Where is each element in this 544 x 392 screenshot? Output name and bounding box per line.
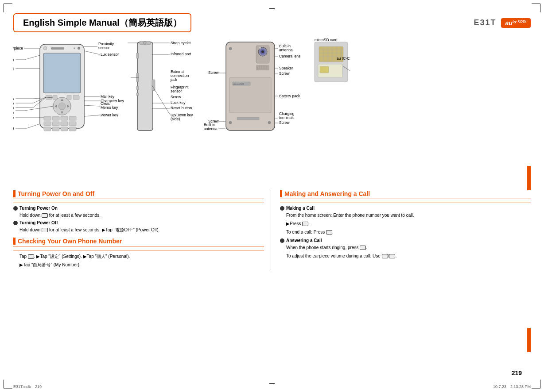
svg-point-5	[74, 47, 75, 49]
making-call-title: Making and Answering a Call	[280, 190, 531, 199]
svg-point-7	[58, 103, 66, 110]
svg-rect-102	[256, 65, 269, 70]
svg-text:Strap eyelet: Strap eyelet	[171, 41, 191, 45]
svg-rect-26	[61, 127, 68, 131]
svg-text:(side): (side)	[171, 117, 180, 121]
brand-name: au	[505, 19, 513, 27]
svg-line-63	[84, 105, 100, 106]
svg-text:Center key: Center key	[13, 110, 15, 115]
svg-rect-25	[52, 127, 59, 131]
power-off-label: Turning Power Off	[19, 220, 58, 225]
page-content: English Simple Manual（簡易英語版） E31T auby K…	[13, 13, 531, 379]
svg-text:Earpiece: Earpiece	[13, 46, 23, 50]
brand-logo: auby KDDI	[501, 18, 531, 28]
svg-rect-153	[320, 66, 329, 73]
making-call-text-2: ▶Press .	[286, 220, 531, 227]
title-bar-2	[13, 238, 16, 245]
svg-rect-15	[67, 95, 71, 100]
svg-text:sensor: sensor	[98, 46, 110, 50]
svg-rect-71	[136, 53, 139, 58]
crop-mark-tl	[4, 4, 12, 12]
orange-accent-bar	[527, 166, 531, 190]
svg-text:Lock key: Lock key	[171, 100, 186, 105]
svg-text:Mail key: Mail key	[101, 94, 115, 99]
svg-rect-73	[136, 86, 139, 90]
turning-power-section: Turning Power On and Off Turning Power O…	[13, 190, 264, 233]
svg-text:microSD card: microSD card	[315, 38, 338, 42]
checking-phone-label: Checking Your Own Phone Number	[18, 238, 122, 245]
power-on-label: Turning Power On	[19, 206, 58, 211]
svg-text:Lux sensor: Lux sensor	[101, 52, 119, 57]
crop-mark-tr	[532, 4, 540, 12]
svg-rect-18	[61, 116, 68, 120]
svg-text:Infrared port: Infrared port	[171, 52, 191, 56]
checking-phone-title: Checking Your Own Phone Number	[13, 238, 264, 246]
answering-call-sub-label: Answering a Call	[286, 238, 322, 243]
svg-rect-20	[44, 122, 51, 126]
answering-call-text-1: When the phone starts ringing, press .	[286, 244, 531, 251]
svg-rect-14	[73, 95, 79, 100]
svg-rect-24	[44, 127, 51, 131]
checking-phone-line2: ▶Tap "自局番号" (My Number).	[19, 261, 264, 268]
answering-call-sub-title: Answering a Call	[280, 238, 531, 243]
svg-text:Speaker: Speaker	[279, 66, 293, 70]
crop-mark-br	[532, 380, 540, 388]
svg-text:au IC-Card: au IC-Card	[337, 56, 350, 61]
svg-text:Number keys: Number keys	[13, 126, 14, 131]
power-off-text: Hold down for at least a few seconds. ▶T…	[19, 227, 264, 233]
bullet-2	[13, 221, 18, 225]
title-bar	[13, 190, 16, 197]
svg-line-66	[84, 115, 100, 116]
making-call-sub-title: Making a Call	[280, 206, 531, 211]
svg-rect-23	[69, 122, 76, 126]
orange-accent-bar-2	[527, 328, 531, 352]
svg-text:antenna: antenna	[279, 48, 293, 52]
left-text-col: Turning Power On and Off Turning Power O…	[13, 190, 271, 270]
reg-mark-top	[269, 0, 275, 9]
footer-right: 10.7.23 2:13:28 PM	[493, 384, 531, 390]
making-call-label: Making and Answering a Call	[284, 190, 370, 197]
title-box: English Simple Manual（簡易英語版）	[13, 13, 191, 32]
page-title: English Simple Manual（簡易英語版）	[23, 18, 182, 27]
checking-phone-section: Checking Your Own Phone Number Tap . ▶Ta…	[13, 238, 264, 268]
svg-text:Memo key: Memo key	[101, 105, 118, 110]
svg-text:Reset button: Reset button	[171, 106, 192, 110]
svg-line-30	[24, 55, 40, 60]
title-underline-3	[280, 203, 531, 203]
making-call-text-3: To end a call: Press .	[286, 229, 531, 235]
title-underline	[13, 203, 264, 203]
svg-text:Battery pack: Battery pack	[279, 94, 300, 98]
svg-rect-2	[51, 47, 64, 50]
making-call-text-1: From the home screen: Enter the phone nu…	[286, 212, 531, 219]
bullet-1	[13, 206, 18, 211]
svg-rect-74	[136, 93, 139, 96]
svg-rect-19	[69, 116, 76, 120]
power-off-title: Turning Power Off	[13, 220, 264, 225]
svg-text:sensor: sensor	[171, 89, 182, 93]
power-key-icon-1	[42, 213, 48, 218]
text-sections: Turning Power On and Off Turning Power O…	[13, 190, 531, 270]
footer: E31T.indb 219 10.7.23 2:13:28 PM	[13, 384, 531, 390]
svg-text:Screw: Screw	[279, 120, 290, 125]
svg-rect-27	[69, 127, 76, 131]
svg-text:Answer key: Answer key	[13, 115, 15, 119]
svg-text:Home key: Home key	[13, 96, 15, 101]
footer-left: E31T.indb 219	[13, 384, 42, 390]
vol-down-key-icon	[389, 254, 395, 258]
model-brand: E31T auby KDDI	[474, 18, 531, 28]
checking-phone-line1: Tap . ▶Tap "設定" (Settings). ▶Tap "個人" (P…	[19, 253, 264, 260]
svg-text:Power key: Power key	[101, 113, 118, 117]
answer-key-icon	[360, 246, 366, 250]
svg-text:Screw: Screw	[279, 71, 290, 76]
svg-rect-114	[237, 117, 259, 120]
page-number: 219	[512, 369, 522, 377]
svg-text:Contacts key: Contacts key	[13, 101, 15, 105]
power-on-title: Turning Power On	[13, 206, 264, 211]
svg-rect-1	[43, 53, 81, 93]
svg-point-101	[259, 47, 261, 49]
svg-point-100	[261, 50, 264, 53]
svg-text:Screw: Screw	[208, 70, 219, 75]
turning-power-title: Turning Power On and Off	[13, 190, 264, 199]
bullet-4	[280, 238, 284, 243]
svg-rect-17	[52, 116, 59, 120]
